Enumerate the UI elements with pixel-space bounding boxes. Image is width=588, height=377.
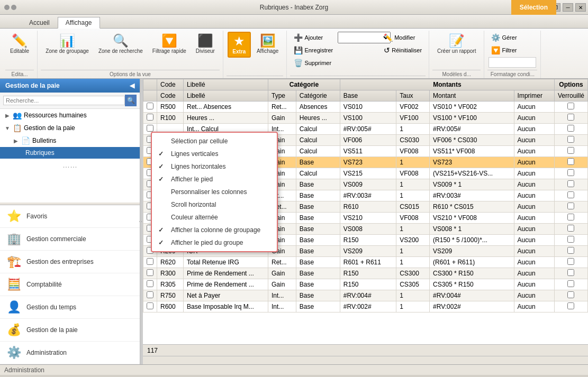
close-button[interactable]: ✕: [575, 3, 586, 12]
row-check[interactable]: [143, 290, 157, 301]
sidebar: Gestion de la paie ◀ 🔍 ▶ 👥 Ressources hu…: [0, 79, 140, 364]
row-verrouille[interactable]: [554, 190, 587, 201]
supprimer-button[interactable]: 🗑️ Supprimer: [291, 57, 336, 69]
sidebar-collapse-icon[interactable]: ◀: [130, 82, 134, 89]
row-verrouille[interactable]: [554, 201, 587, 213]
nav-item-comptabilite[interactable]: 🧮 Comptabilité: [0, 273, 140, 296]
row-verrouille[interactable]: [554, 102, 587, 113]
row-taux: VF002: [396, 102, 430, 113]
titlebar-dot-2: [11, 5, 16, 10]
table-row[interactable]: R600 Base Imposable Irq M... Int... Base…: [143, 301, 588, 312]
row-check[interactable]: [143, 257, 157, 268]
row-verrouille[interactable]: [554, 157, 587, 168]
tree-expand-rh[interactable]: ▶: [4, 112, 11, 118]
row-verrouille[interactable]: [554, 135, 587, 146]
row-categorie: Base: [296, 301, 340, 312]
horizontal-scrollbar[interactable]: [143, 356, 588, 364]
menu-label-selection_cellule: Sélection par cellule: [171, 137, 228, 145]
row-check[interactable]: [143, 102, 157, 113]
row-taux: CS030: [396, 135, 430, 146]
menu-item-lignes_verticales[interactable]: ✓ Lignes verticales: [152, 148, 277, 160]
menu-item-personnaliser_colonnes[interactable]: Personnaliser les colonnes: [152, 186, 277, 198]
nav-item-administration[interactable]: ⚙️ Administration: [0, 342, 140, 364]
tab-affichage[interactable]: Affichage: [58, 17, 100, 29]
editable-button[interactable]: ✏️ Editable: [6, 32, 33, 57]
menu-item-scroll_horizontal[interactable]: Scroll horizontal: [152, 198, 277, 211]
col-code-subheader: Code: [157, 90, 184, 102]
tree-item-paie[interactable]: ▼ 📋 Gestion de la paie: [0, 122, 140, 134]
creer-rapport-button[interactable]: 📝 Créer un rapport: [433, 32, 480, 57]
search-input[interactable]: [3, 96, 125, 105]
gerer-button[interactable]: ⚙️ Gérer: [489, 32, 519, 43]
filtrage-rapide-button[interactable]: 🔽 Filtrage rapide: [149, 32, 190, 57]
tree-item-bulletins[interactable]: ▶ 📄 Bulletins: [0, 134, 140, 147]
row-verrouille[interactable]: [554, 268, 587, 279]
nav-item-gestion-entreprises[interactable]: 🏗️ Gestion des entreprises: [0, 251, 140, 273]
row-verrouille[interactable]: [554, 279, 587, 290]
supprimer-icon: 🗑️: [294, 59, 303, 67]
modifier-button[interactable]: ✏️ Modifier: [381, 32, 424, 43]
zone-recherche-button[interactable]: 🔍 Zone de recherche: [95, 32, 147, 57]
affichage-icon: 🖼️: [260, 34, 276, 47]
tree-expand-bulletins[interactable]: ▶: [13, 137, 19, 144]
row-verrouille[interactable]: [554, 257, 587, 268]
minimize-button[interactable]: ─: [563, 3, 573, 12]
row-verrouille[interactable]: [554, 179, 587, 190]
tree-expand-paie[interactable]: ▼: [4, 125, 11, 131]
row-montant: VS209: [430, 246, 514, 257]
tree-item-rubriques[interactable]: Rubriques: [0, 147, 140, 159]
row-verrouille[interactable]: [554, 213, 587, 224]
menu-item-couleur_alternee[interactable]: Couleur alternée: [152, 211, 277, 224]
row-verrouille[interactable]: [554, 290, 587, 301]
selection-tab[interactable]: Sélection: [511, 0, 556, 15]
gestion-commerciale-label: Gestion commerciale: [26, 235, 86, 243]
row-taux: VF008: [396, 168, 430, 179]
row-base: VS210: [340, 213, 396, 224]
menu-item-selection_cellule[interactable]: Sélection par cellule: [152, 135, 277, 148]
row-verrouille[interactable]: [554, 246, 587, 257]
row-verrouille[interactable]: [554, 124, 587, 135]
tab-accueil[interactable]: Accueil: [21, 16, 58, 28]
row-check[interactable]: [143, 279, 157, 290]
enregistrer-button[interactable]: 💾 Enregistrer: [291, 44, 336, 56]
tree-item-rh[interactable]: ▶ 👥 Ressources humaines: [0, 109, 140, 122]
row-imprimer: Aucun: [514, 168, 554, 179]
menu-item-afficher_colonne_groupage[interactable]: ✓ Afficher la colonne de groupage: [152, 224, 277, 236]
table-row[interactable]: R620 Total Retenue IRG Ret... Base R601 …: [143, 257, 588, 268]
nav-item-favoris[interactable]: ⭐ Favoris: [0, 205, 140, 228]
row-imprimer: Aucun: [514, 124, 554, 135]
row-check[interactable]: [143, 301, 157, 312]
gestion-paie-icon: 💰: [6, 323, 21, 337]
search-button[interactable]: 🔍: [125, 95, 137, 106]
reinitialiser-button[interactable]: ↺ Réinitialiser: [381, 44, 424, 56]
filter-input[interactable]: [489, 57, 536, 68]
row-imprimer: Aucun: [514, 268, 554, 279]
row-check[interactable]: [143, 113, 157, 124]
row-check[interactable]: [143, 268, 157, 279]
row-verrouille[interactable]: [554, 168, 587, 179]
nav-item-gestion-commerciale[interactable]: 🏢 Gestion commerciale: [0, 228, 140, 251]
row-verrouille[interactable]: [554, 301, 587, 312]
row-verrouille[interactable]: [554, 224, 587, 235]
menu-item-afficher_pied[interactable]: ✓ Afficher le pied: [152, 173, 277, 186]
menu-item-afficher_pied_groupe[interactable]: ✓ Afficher le pied du groupe: [152, 236, 277, 249]
table-row[interactable]: R500 Ret... Absences Ret... Absences VS0…: [143, 102, 588, 113]
diviseur-button[interactable]: ⬛ Diviseur: [192, 32, 219, 57]
nav-item-gestion-temps[interactable]: 👤 Gestion du temps: [0, 296, 140, 319]
zone-groupage-button[interactable]: 📊 Zone de groupage: [42, 32, 93, 57]
nav-item-gestion-paie[interactable]: 💰 Gestion de la paie: [0, 319, 140, 342]
ribbon-group-extra: ★ Extra 🖼️ Affichage: [223, 31, 287, 78]
filtrer-button[interactable]: 🔽 Filtrer: [489, 44, 519, 56]
table-row[interactable]: R300 Prime de Rendement ... Gain Base R1…: [143, 268, 588, 279]
table-row[interactable]: R100 Heures ... Gain Heures ... VS100 VF…: [143, 113, 588, 124]
ajouter-button[interactable]: ➕ Ajouter: [291, 32, 336, 43]
row-taux: 1: [396, 179, 430, 190]
table-row[interactable]: R305 Prime de Rendement ... Gain Base R1…: [143, 279, 588, 290]
row-verrouille[interactable]: [554, 235, 587, 246]
table-row[interactable]: R750 Net à Payer Int... Base #RV:004# 1 …: [143, 290, 588, 301]
row-verrouille[interactable]: [554, 146, 587, 157]
extra-button[interactable]: ★ Extra: [228, 32, 251, 58]
row-verrouille[interactable]: [554, 113, 587, 124]
menu-item-lignes_horizontales[interactable]: ✓ Lignes horizontales: [152, 160, 277, 173]
affichage-button[interactable]: 🖼️ Affichage: [253, 32, 283, 57]
